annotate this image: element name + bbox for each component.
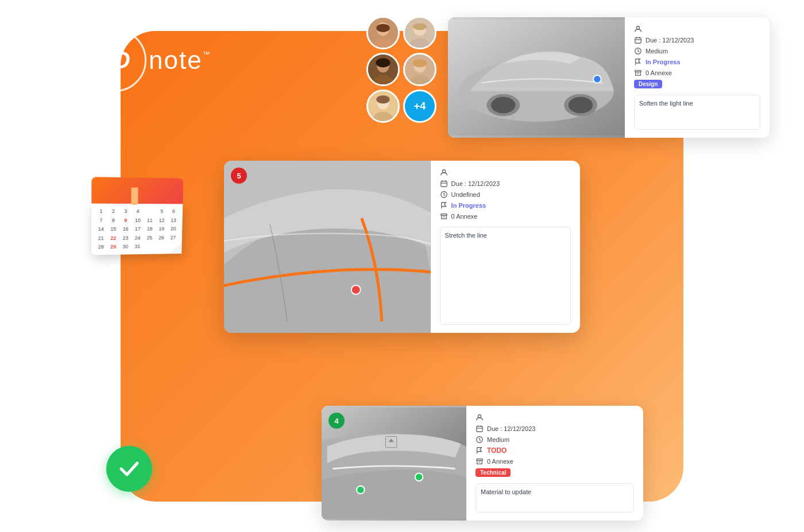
main-container: 4D note ™ <box>0 0 804 532</box>
card-3-info: Due : 12/12/2023 Medium TODO <box>466 406 643 521</box>
clock-icon <box>634 47 642 55</box>
card-1-info: Due : 12/12/2023 Medium In Progress <box>625 17 770 138</box>
checkmark-icon <box>117 456 142 481</box>
cal-cell-today2: 22 <box>107 234 119 243</box>
calendar-body: 1 2 3 4 5 6 7 8 9 10 11 12 13 14 15 16 1… <box>91 204 183 255</box>
svg-point-48 <box>415 473 423 481</box>
cal-cell: 17 <box>132 225 144 234</box>
card-2-status-row: In Progress <box>440 201 571 209</box>
cal-cell <box>156 242 167 250</box>
card-2-badge: 5 <box>231 168 247 184</box>
svg-point-38 <box>442 170 445 173</box>
avatar-3 <box>366 53 400 86</box>
card-3-priority-row: Medium <box>476 436 634 444</box>
cal-cell: 10 <box>132 216 144 225</box>
cal-cell: 5 <box>156 207 168 215</box>
card-3-badge: 4 <box>328 413 345 429</box>
checkmark-circle <box>106 446 152 492</box>
avatar-4 <box>403 53 436 86</box>
archive-icon <box>634 69 642 77</box>
svg-rect-56 <box>477 459 483 461</box>
avatar-2 <box>403 16 436 49</box>
svg-rect-34 <box>635 71 641 72</box>
card-1-priority-row: Medium <box>634 47 760 55</box>
card-1-user-row <box>634 25 760 33</box>
cal-cell <box>144 207 156 216</box>
card-1-due-row: Due : 12/12/2023 <box>634 36 760 44</box>
card-3-image: 4 <box>322 406 466 521</box>
card-1: Due : 12/12/2023 Medium In Progress <box>448 17 770 138</box>
card-3-user-row <box>476 414 634 422</box>
svg-rect-39 <box>440 181 447 187</box>
cal-cell: 3 <box>120 207 132 216</box>
calendar-widget: 1 2 3 4 5 6 7 8 9 10 11 12 13 14 15 16 1… <box>91 177 183 255</box>
cal-cell-today: 9 <box>120 216 132 225</box>
card-1-image <box>448 17 625 138</box>
svg-point-27 <box>593 75 601 83</box>
cal-cell: 6 <box>168 207 180 215</box>
svg-point-28 <box>636 26 639 29</box>
cal-cell: 11 <box>144 216 156 224</box>
cal-cell: 16 <box>119 225 131 234</box>
cal-cell: 7 <box>95 216 107 225</box>
svg-point-50 <box>478 415 481 418</box>
card-1-tag-row: Design <box>634 80 760 88</box>
card-3: 4 <box>322 406 643 521</box>
logo-note-text: note <box>149 48 203 73</box>
calendar-grid: 1 2 3 4 5 6 7 8 9 10 11 12 13 14 15 16 1… <box>95 207 179 252</box>
cal-cell-today3: 29 <box>107 243 119 251</box>
svg-point-3 <box>376 24 389 32</box>
logo-circle: 4D <box>83 29 146 92</box>
cal-cell: 4 <box>132 207 144 216</box>
card-2-note: Stretch the line <box>440 227 571 325</box>
cal-cell: 18 <box>144 225 156 233</box>
calendar-header <box>91 177 183 204</box>
cal-cell: 8 <box>107 216 119 225</box>
archive-icon-2 <box>440 212 448 220</box>
calendar-icon <box>634 36 642 44</box>
svg-point-25 <box>491 97 515 114</box>
card-2: 5 <box>224 161 580 333</box>
card-2-image: 5 <box>224 161 431 333</box>
card-2-user-row <box>440 169 571 177</box>
card-3-status-row: TODO <box>476 446 634 455</box>
cal-cell: 25 <box>144 234 155 242</box>
cal-cell: 12 <box>156 216 168 224</box>
card-1-note: Soften the light line <box>634 95 760 130</box>
card-3-note: Material to update <box>476 483 634 512</box>
avatar-5 <box>366 90 400 123</box>
clock-icon-2 <box>440 191 448 199</box>
card-2-priority-row: Undefined <box>440 191 571 199</box>
card-3-tag-row: Technical <box>476 468 634 477</box>
flag-icon <box>634 58 642 66</box>
logo-right: note ™ <box>149 48 210 73</box>
logo-tm: ™ <box>203 50 210 59</box>
cal-cell: 19 <box>156 225 167 233</box>
user-icon-3 <box>476 414 484 422</box>
cal-cell: 26 <box>156 234 167 242</box>
cal-cell: 23 <box>119 234 131 243</box>
card-3-due-row: Due : 12/12/2023 <box>476 425 634 433</box>
user-icon-2 <box>440 169 448 177</box>
logo-area: 4D note ™ <box>83 29 210 92</box>
cal-cell: 14 <box>95 225 107 234</box>
cal-cell: 13 <box>168 216 179 224</box>
cal-cell <box>144 243 155 251</box>
svg-point-49 <box>357 486 365 494</box>
card-1-status-row: In Progress <box>634 58 760 66</box>
avatars-group: +4 <box>366 16 436 123</box>
avatar-plus-count: +4 <box>403 90 436 123</box>
user-icon <box>634 25 642 33</box>
svg-rect-8 <box>413 25 426 28</box>
cal-cell: 20 <box>168 225 179 233</box>
card-3-annexe-row: 0 Annexe <box>476 457 634 465</box>
avatar-1 <box>366 16 400 49</box>
svg-point-16 <box>412 59 427 67</box>
calendar-icon-2 <box>440 180 448 188</box>
svg-rect-29 <box>635 38 641 44</box>
svg-rect-47 <box>385 436 396 447</box>
svg-point-12 <box>376 58 390 67</box>
cal-cell: 30 <box>119 243 131 251</box>
clock-icon-3 <box>476 436 484 444</box>
cal-cell: 31 <box>132 243 143 251</box>
